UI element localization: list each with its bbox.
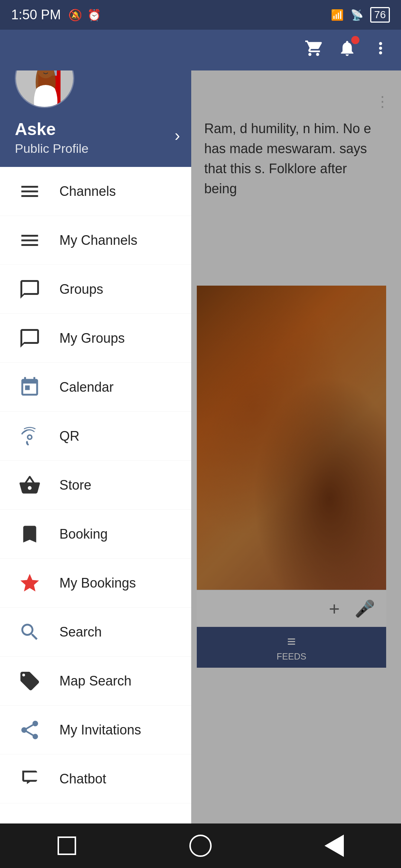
store-icon bbox=[15, 470, 45, 500]
notification-icon[interactable] bbox=[338, 39, 356, 61]
user-name: Aske bbox=[15, 119, 176, 139]
status-bar: 1:50 PM 🔕 ⏰ 📶 📡 76 bbox=[0, 0, 401, 30]
wifi-icon: 📡 bbox=[351, 9, 363, 21]
channels-icon bbox=[15, 177, 45, 206]
channels-label: Channels bbox=[59, 184, 116, 199]
sidebar-item-calendar[interactable]: Calendar bbox=[0, 363, 191, 412]
more-options-icon[interactable] bbox=[371, 39, 390, 61]
signal-icon: 📶 bbox=[331, 9, 344, 21]
sidebar-item-booking[interactable]: Booking bbox=[0, 510, 191, 559]
sidebar-item-qr[interactable]: QR bbox=[0, 412, 191, 461]
chatbot-icon bbox=[15, 764, 45, 794]
booking-label: Booking bbox=[59, 526, 108, 542]
sidebar-item-search[interactable]: Search bbox=[0, 608, 191, 657]
my-invitations-icon bbox=[15, 715, 45, 745]
alarm-icon: ⏰ bbox=[87, 9, 101, 22]
calendar-label: Calendar bbox=[59, 379, 114, 395]
notification-badge bbox=[351, 36, 359, 44]
sidebar-item-chatbot[interactable]: Chatbot bbox=[0, 754, 191, 803]
sidebar-item-store[interactable]: Store bbox=[0, 461, 191, 510]
my-bookings-label: My Bookings bbox=[59, 575, 136, 591]
sidebar-item-my-channels[interactable]: My Channels bbox=[0, 216, 191, 265]
nav-square-icon bbox=[58, 836, 76, 855]
store-label: Store bbox=[59, 477, 91, 493]
nav-circle-icon bbox=[189, 835, 212, 857]
navigation-bar bbox=[0, 823, 401, 868]
nav-recents-button[interactable] bbox=[316, 827, 353, 864]
booking-icon bbox=[15, 519, 45, 549]
sidebar-item-channels[interactable]: Channels bbox=[0, 167, 191, 216]
nav-triangle-icon bbox=[325, 835, 344, 857]
my-invitations-label: My Invitations bbox=[59, 722, 141, 738]
app-header bbox=[0, 30, 401, 70]
groups-label: Groups bbox=[59, 282, 103, 297]
chatbot-label: Chatbot bbox=[59, 771, 106, 787]
map-search-icon bbox=[15, 666, 45, 696]
drawer-menu: Channels My Channels Groups bbox=[0, 167, 191, 803]
user-subtitle: Public Profile bbox=[15, 141, 176, 156]
nav-back-button[interactable] bbox=[48, 827, 85, 864]
my-groups-icon bbox=[15, 323, 45, 353]
profile-arrow-icon[interactable]: › bbox=[175, 126, 180, 145]
silent-icon: 🔕 bbox=[68, 9, 82, 22]
qr-label: QR bbox=[59, 428, 79, 444]
status-bar-left: 1:50 PM 🔕 ⏰ bbox=[11, 7, 101, 23]
navigation-drawer: Aske Public Profile › Channels My Channe… bbox=[0, 30, 191, 868]
sidebar-item-my-groups[interactable]: My Groups bbox=[0, 314, 191, 363]
calendar-icon bbox=[15, 372, 45, 402]
status-bar-right: 📶 📡 76 bbox=[331, 7, 390, 23]
my-channels-icon bbox=[15, 226, 45, 255]
sidebar-item-map-search[interactable]: Map Search bbox=[0, 657, 191, 706]
header-icons bbox=[304, 39, 390, 61]
battery-icon: 76 bbox=[370, 7, 390, 23]
cart-icon[interactable] bbox=[304, 39, 323, 61]
qr-icon bbox=[15, 421, 45, 451]
status-time: 1:50 PM bbox=[11, 7, 61, 23]
status-icons: 🔕 ⏰ bbox=[68, 9, 101, 22]
nav-home-button[interactable] bbox=[182, 827, 219, 864]
my-bookings-icon bbox=[15, 568, 45, 598]
sidebar-item-my-bookings[interactable]: My Bookings bbox=[0, 559, 191, 608]
search-label: Search bbox=[59, 624, 102, 640]
groups-icon bbox=[15, 274, 45, 304]
sidebar-item-my-invitations[interactable]: My Invitations bbox=[0, 706, 191, 754]
my-channels-label: My Channels bbox=[59, 233, 137, 248]
map-search-label: Map Search bbox=[59, 673, 131, 689]
search-icon bbox=[15, 617, 45, 647]
sidebar-item-groups[interactable]: Groups bbox=[0, 265, 191, 314]
drawer-overlay[interactable] bbox=[191, 30, 401, 868]
my-groups-label: My Groups bbox=[59, 331, 125, 346]
